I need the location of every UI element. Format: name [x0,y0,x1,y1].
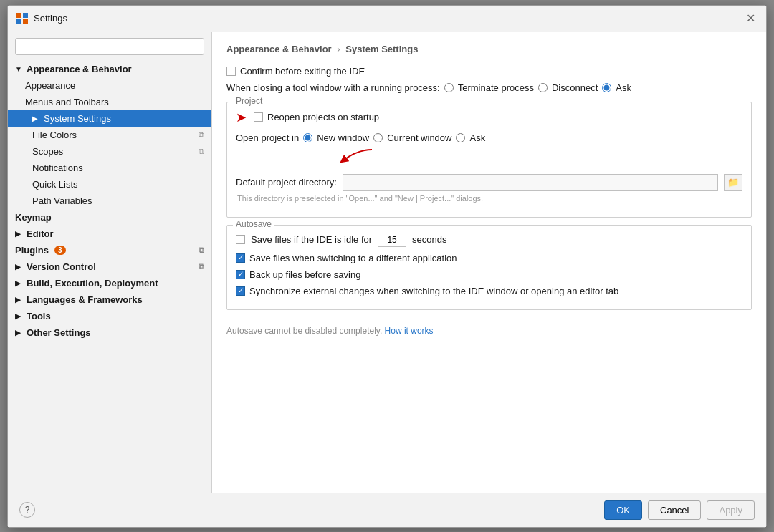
current-window-radio[interactable] [373,133,383,142]
current-window-text: Current window [387,132,452,143]
svg-rect-0 [16,13,22,18]
disconnect-radio-label[interactable]: Disconnect [538,82,598,93]
current-window-label[interactable]: Current window [373,132,452,143]
how-it-works-link[interactable]: How it works [385,326,434,336]
annotation-arrow [322,146,379,168]
breadcrumb-separator: › [337,44,340,54]
cancel-button[interactable]: Cancel [648,500,701,520]
sidebar-item-label: Appearance & Behavior [27,64,132,74]
save-switching-label: Save files when switching to a different… [249,253,457,263]
sidebar-item-editor[interactable]: ▶ Editor [8,226,211,242]
chevron-icon: ▼ [15,65,24,73]
save-idle-label: Save files if the IDE is idle for [251,234,372,245]
closing-tool-label: When closing a tool window with a runnin… [226,82,440,93]
sidebar-item-label: Version Control [27,261,96,272]
svg-rect-2 [16,19,22,24]
window-title: Settings [34,13,737,24]
sidebar-item-system-settings[interactable]: ▶ System Settings [8,110,211,127]
save-idle-row: Save files if the IDE is idle for 15 sec… [236,233,742,247]
ask-text: Ask [616,82,631,93]
copy-icon: ⧉ [199,147,204,156]
action-buttons: OK Cancel Apply [604,500,755,520]
sidebar: ▼ Appearance & Behavior Appearance Menus… [8,32,212,493]
ok-button[interactable]: OK [604,500,642,520]
copy-icon: ⧉ [199,130,204,140]
sidebar-item-other-settings[interactable]: ▶ Other Settings [8,324,211,341]
search-input[interactable] [15,38,204,55]
sidebar-item-appearance[interactable]: Appearance [8,77,211,94]
sidebar-item-label: Appearance [25,80,75,91]
cannot-disable-label: Autosave cannot be disabled completely. [226,326,382,336]
help-button[interactable]: ? [19,502,35,518]
sidebar-item-quick-lists[interactable]: Quick Lists [8,176,211,193]
sidebar-item-keymap[interactable]: Keymap [8,209,211,226]
sidebar-item-appearance-behavior[interactable]: ▼ Appearance & Behavior [8,61,211,77]
ask-project-radio[interactable] [456,133,465,142]
save-idle-checkbox[interactable] [236,235,245,244]
sidebar-item-build-exec-deploy[interactable]: ▶ Build, Execution, Deployment [8,275,211,291]
sidebar-item-notifications[interactable]: Notifications [8,160,211,176]
chevron-icon: ▶ [15,263,24,271]
close-button[interactable]: ✕ [743,11,758,26]
terminate-radio[interactable] [444,83,454,92]
save-switching-checkbox[interactable] [236,253,245,263]
browse-button[interactable]: 📁 [724,174,742,191]
sidebar-item-version-control[interactable]: ▶ Version Control ⧉ [8,258,211,275]
ask-radio-label[interactable]: Ask [602,82,631,93]
idle-seconds-input[interactable]: 15 [378,233,406,247]
ask-project-label[interactable]: Ask [456,132,485,143]
confirm-exit-checkbox[interactable] [226,67,236,76]
bottom-bar: ? OK Cancel Apply [8,493,766,527]
new-window-label[interactable]: New window [303,132,369,143]
confirm-exit-label[interactable]: Confirm before exiting the IDE [226,66,365,77]
breadcrumb-part1: Appearance & Behavior [226,44,332,54]
sidebar-item-label: Languages & Frameworks [27,294,143,305]
sidebar-item-menus-toolbars[interactable]: Menus and Toolbars [8,94,211,110]
sidebar-item-label: Notifications [32,163,83,173]
new-window-radio[interactable] [303,133,312,142]
backup-checkbox[interactable] [236,270,245,279]
dir-hint: This directory is preselected in "Open..… [237,194,742,203]
copy-icon: ⧉ [199,262,204,271]
app-icon [16,13,28,24]
sync-checkbox[interactable] [236,286,245,296]
apply-button[interactable]: Apply [707,500,755,520]
sync-external-row: Synchronize external changes when switch… [236,286,742,296]
sidebar-item-tools[interactable]: ▶ Tools [8,308,211,324]
sidebar-item-label: Plugins [15,245,49,256]
ask-radio[interactable] [602,83,611,92]
cannot-disable-text: Autosave cannot be disabled completely. … [226,326,752,336]
sidebar-item-scopes[interactable]: Scopes ⧉ [8,143,211,160]
default-dir-input[interactable] [343,174,718,191]
open-project-row: Open project in New window Current windo… [236,132,742,143]
breadcrumb-part2: System Settings [345,44,418,54]
chevron-icon: ▶ [15,230,24,238]
sidebar-item-label: Menus and Toolbars [25,97,109,107]
sidebar-item-label: Other Settings [27,327,91,338]
sidebar-item-languages-frameworks[interactable]: ▶ Languages & Frameworks [8,291,211,308]
sidebar-item-label: Quick Lists [32,179,78,190]
sidebar-item-file-colors[interactable]: File Colors ⧉ [8,127,211,143]
sidebar-item-plugins[interactable]: Plugins 3 ⧉ [8,242,211,258]
confirm-exit-text: Confirm before exiting the IDE [240,66,365,77]
breadcrumb: Appearance & Behavior › System Settings [226,44,752,54]
terminate-text: Terminate process [458,82,534,93]
sidebar-item-label: Keymap [15,212,52,223]
reopen-projects-label[interactable]: Reopen projects on startup [254,112,379,122]
autosave-section-label: Autosave [233,219,274,229]
closing-tool-window-row: When closing a tool window with a runnin… [226,82,752,93]
main-content: Appearance & Behavior › System Settings … [212,32,766,493]
ask-project-text: Ask [469,132,485,143]
sync-label: Synchronize external changes when switch… [249,286,618,296]
terminate-radio-label[interactable]: Terminate process [444,82,534,93]
reopen-projects-row: ➤ Reopen projects on startup [236,110,742,125]
sidebar-item-path-variables[interactable]: Path Variables [8,193,211,209]
project-section-label: Project [233,96,265,106]
backup-label: Back up files before saving [249,269,360,280]
chevron-icon: ▶ [15,279,24,287]
disconnect-radio[interactable] [538,83,548,92]
copy-icon: ⧉ [199,246,204,255]
reopen-text: Reopen projects on startup [267,112,379,122]
plugin-badge: 3 [54,246,66,255]
reopen-checkbox[interactable] [254,112,263,122]
